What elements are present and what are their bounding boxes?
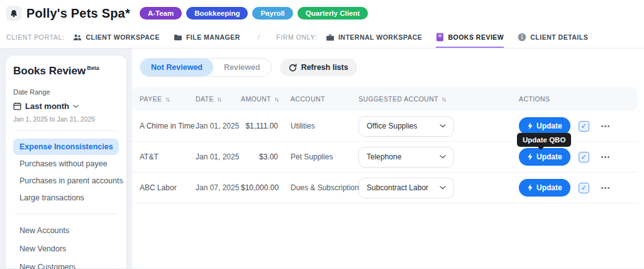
briefcase-icon bbox=[326, 33, 335, 42]
calendar-icon bbox=[13, 102, 21, 110]
update-label: Update bbox=[536, 183, 562, 192]
sort-icon[interactable]: ↑↓ bbox=[441, 96, 445, 103]
date-range-dropdown[interactable]: Last month bbox=[13, 101, 119, 111]
actions-cell: Update ✓ ••• bbox=[519, 148, 630, 166]
suggested-account-cell: Office Supplies bbox=[358, 116, 519, 137]
nav-divider: / bbox=[258, 26, 260, 48]
notifications-button[interactable] bbox=[6, 6, 21, 21]
refresh-lists-button[interactable]: Refresh lists bbox=[280, 59, 357, 76]
sidebar-title: Books ReviewBeta bbox=[13, 65, 119, 77]
column-header-suggested-account: SUGGESTED ACCOUNT ↑↓ bbox=[358, 95, 519, 103]
sort-icon[interactable]: ↑↓ bbox=[274, 96, 278, 103]
more-actions-button[interactable]: ••• bbox=[601, 154, 611, 161]
beta-badge: Beta bbox=[87, 65, 99, 71]
sidebar-item-new-customers[interactable]: New Customers bbox=[13, 258, 119, 269]
sidebar-wrap: Books ReviewBeta Date Range Last month J… bbox=[0, 49, 127, 268]
client-tag[interactable]: Quarterly Client bbox=[297, 7, 368, 20]
column-label: SUGGESTED ACCOUNT bbox=[358, 95, 438, 103]
actions-cell: Update ✓ ••• bbox=[519, 117, 630, 135]
sort-icon[interactable]: ↑↓ bbox=[217, 96, 221, 103]
book-icon bbox=[436, 33, 444, 42]
nav-item-label: BOOKS REVIEW bbox=[448, 33, 504, 41]
books-review-main: Not Reviewed Reviewed Refresh lists PAYE… bbox=[132, 49, 644, 268]
nav-item-label: INTERNAL WORKSPACE bbox=[338, 33, 422, 41]
nav-books-review[interactable]: BOOKS REVIEW bbox=[436, 26, 504, 48]
column-header-date: DATE ↑↓ bbox=[196, 95, 241, 103]
amount-cell: $1,111.00 bbox=[241, 122, 291, 130]
chevron-down-icon bbox=[440, 155, 446, 159]
update-qbo-tooltip: Update QBO bbox=[517, 133, 571, 147]
sidebar-item-new-accounts[interactable]: New Accounts bbox=[13, 222, 119, 239]
client-tag[interactable]: Payroll bbox=[252, 7, 292, 20]
client-tag[interactable]: A-Team bbox=[140, 7, 182, 20]
nav-internal-workspace[interactable]: INTERNAL WORKSPACE bbox=[326, 26, 422, 48]
column-label: PAYEE bbox=[140, 95, 162, 103]
suggested-account-cell: Telephone bbox=[358, 147, 519, 168]
column-header-actions: ACTIONS bbox=[519, 95, 630, 103]
update-button[interactable]: Update bbox=[519, 148, 570, 166]
mark-reviewed-checkbox[interactable]: ✓ bbox=[579, 121, 589, 132]
amount-cell: $3.00 bbox=[241, 152, 291, 161]
update-label: Update bbox=[536, 122, 562, 130]
suggested-account-select[interactable]: Subcontract Labor bbox=[358, 178, 454, 198]
account-cell: Utilities bbox=[291, 122, 358, 130]
column-label: ACCOUNT bbox=[291, 95, 325, 103]
sidebar-divider bbox=[14, 130, 118, 131]
update-label: Update bbox=[536, 152, 562, 161]
suggested-account-select[interactable]: Office Supplies bbox=[358, 116, 454, 137]
select-value: Subcontract Labor bbox=[367, 183, 428, 192]
table-header-row: PAYEE ↑↓ DATE ↑↓ AMOUNT ↑↓ ACCOUNT SUGGE… bbox=[132, 87, 638, 111]
sidebar-item-new-vendors[interactable]: New Vendors bbox=[13, 240, 119, 258]
account-cell: Pet Supplies bbox=[291, 152, 358, 161]
more-actions-button[interactable]: ••• bbox=[601, 185, 611, 192]
nav-item-label: CLIENT WORKSPACE bbox=[86, 33, 159, 41]
chevron-down-icon bbox=[440, 124, 446, 128]
folder-icon bbox=[174, 33, 182, 41]
toolbar: Not Reviewed Reviewed Refresh lists bbox=[140, 58, 638, 77]
chevron-down-icon bbox=[440, 186, 446, 190]
chevron-down-icon bbox=[73, 105, 79, 108]
suggested-account-select[interactable]: Telephone bbox=[358, 147, 454, 168]
date-cell: Jan 01, 2025 bbox=[196, 152, 241, 161]
update-button[interactable]: Update bbox=[519, 179, 570, 197]
tab-not-reviewed[interactable]: Not Reviewed bbox=[140, 59, 213, 76]
page-title: Polly's Pets Spa* bbox=[26, 6, 130, 21]
sidebar-item-large-transactions[interactable]: Large transactions bbox=[13, 190, 119, 206]
suggested-account-cell: Subcontract Labor bbox=[358, 178, 519, 198]
select-value: Office Supplies bbox=[367, 122, 418, 130]
nav-client-workspace[interactable]: CLIENT WORKSPACE bbox=[73, 26, 159, 48]
update-button[interactable]: Update bbox=[519, 117, 570, 135]
sort-icon[interactable]: ↑↓ bbox=[165, 96, 169, 103]
sidebar-item-purchases-without-payee[interactable]: Purchases without payee bbox=[13, 156, 119, 172]
payee-cell: AT&T bbox=[140, 152, 196, 161]
mark-reviewed-checkbox[interactable]: ✓ bbox=[579, 183, 589, 193]
column-label: DATE bbox=[196, 95, 214, 103]
nav-item-label: FILE MANAGER bbox=[186, 33, 240, 41]
column-header-amount: AMOUNT ↑↓ bbox=[241, 95, 291, 103]
content-area: Books ReviewBeta Date Range Last month J… bbox=[0, 49, 644, 268]
client-header: Polly's Pets Spa* A-Team Bookkeeping Pay… bbox=[0, 0, 644, 26]
lightning-icon bbox=[527, 184, 533, 192]
client-tag[interactable]: Bookkeeping bbox=[186, 7, 248, 20]
tab-reviewed[interactable]: Reviewed bbox=[213, 59, 271, 76]
nav-client-details[interactable]: CLIENT DETAILS bbox=[518, 26, 588, 48]
sidebar-section-inconsistencies: Expense Inconsistencies Purchases withou… bbox=[13, 139, 119, 206]
info-icon bbox=[518, 33, 526, 42]
refresh-label: Refresh lists bbox=[301, 63, 348, 72]
firm-only-label: FIRM ONLY: bbox=[276, 26, 317, 48]
table-row: ABC Labor Jan 07, 2025 $10,000.00 Dues &… bbox=[132, 173, 638, 203]
nav-file-manager[interactable]: FILE MANAGER bbox=[174, 26, 240, 48]
sidebar-item-purchases-parent-accounts[interactable]: Purchases in parent accounts bbox=[13, 173, 119, 189]
date-range-detail: Jan 1, 2025 to Jan 31, 2025 bbox=[13, 115, 119, 123]
client-portal-label: CLIENT PORTAL: bbox=[6, 26, 64, 48]
mark-reviewed-checkbox[interactable]: ✓ bbox=[579, 152, 589, 163]
account-cell: Dues & Subscriptions bbox=[291, 183, 358, 192]
amount-cell: $10,000.00 bbox=[241, 183, 291, 192]
column-label: AMOUNT bbox=[241, 95, 271, 103]
sidebar-item-expense-inconsistencies[interactable]: Expense Inconsistencies bbox=[13, 139, 119, 155]
date-cell: Jan 01, 2025 bbox=[196, 122, 241, 130]
date-range-label: Date Range bbox=[13, 88, 119, 96]
sidebar-divider bbox=[14, 214, 118, 214]
column-header-account: ACCOUNT bbox=[291, 95, 358, 103]
more-actions-button[interactable]: ••• bbox=[601, 123, 611, 130]
